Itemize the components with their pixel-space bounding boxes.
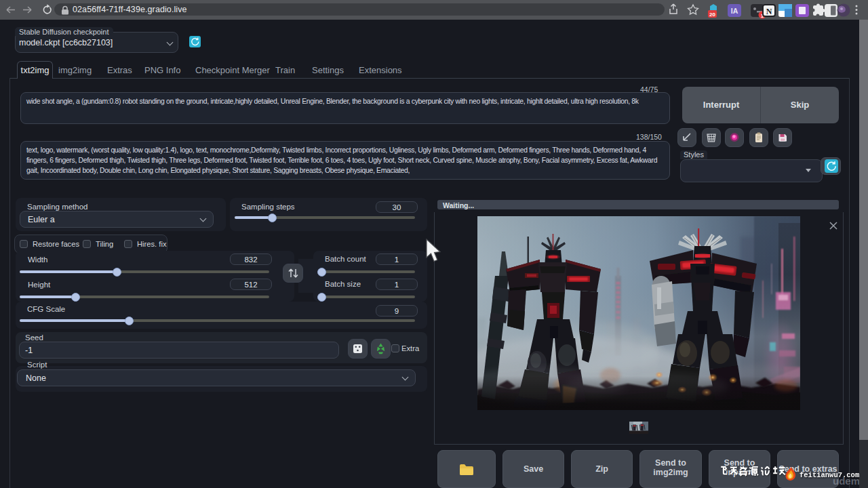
svg-text:feitianwu7.com: feitianwu7.com [800, 471, 859, 479]
svg-text:N: N [766, 7, 772, 16]
svg-text:20: 20 [709, 12, 715, 18]
svg-text:IA: IA [731, 7, 738, 15]
